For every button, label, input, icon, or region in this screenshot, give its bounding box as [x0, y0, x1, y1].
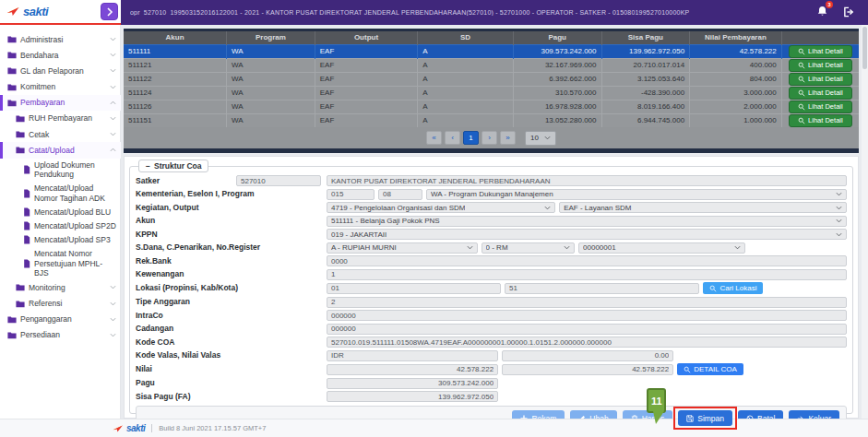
cari-lokasi-button[interactable]: Cari Lokasi	[703, 282, 763, 294]
scrollbar-thumb[interactable]	[862, 27, 867, 69]
lihat-detail-button[interactable]: Lihat Detail	[789, 100, 852, 113]
next-page-icon: ›	[488, 134, 491, 142]
cell-sd: A	[418, 44, 514, 58]
file-icon	[23, 221, 30, 230]
cell-pagu: 16.978.928.000	[513, 100, 601, 113]
table-row[interactable]: 511111 WA EAF A 309.573.242.000 139.962.…	[124, 44, 859, 58]
last-page-button[interactable]: »	[500, 131, 516, 145]
sidebar-item-cetak[interactable]: Cetak	[0, 126, 121, 142]
sidebar-item-referensi[interactable]: Referensi	[0, 296, 121, 312]
tipe-anggaran-input[interactable]	[327, 297, 847, 308]
kppn-select[interactable]: 019 - JAKARTAII	[327, 229, 847, 240]
sidebar-item-label: Upload Dokumen Pendukung	[34, 160, 116, 179]
lihat-detail-button[interactable]: Lihat Detail	[789, 87, 852, 100]
sidebar-item-mencatat-upload-nomor-tagihan-adk[interactable]: Mencatat/Upload Nomor Tagihan ADK	[0, 182, 121, 205]
rek-bank-input[interactable]	[327, 255, 847, 266]
sidebar-item-ruh-pembayaran[interactable]: RUH Pembayaran	[0, 111, 121, 126]
struktur-coa-fieldset: −Struktur Coa Satker Kementerian, Eselon…	[129, 159, 853, 414]
form-row-tipe-anggaran: Tipe Anggaran	[136, 297, 847, 308]
lihat-detail-button[interactable]: Lihat Detail	[789, 45, 852, 58]
satker-code-input[interactable]	[236, 175, 321, 186]
logout-button[interactable]	[843, 5, 855, 21]
struktur-coa-panel: −Struktur Coa Satker Kementerian, Eselon…	[124, 156, 859, 419]
folder-icon	[7, 66, 17, 75]
lihat-detail-button[interactable]: Lihat Detail	[789, 73, 852, 86]
sidebar-toggle-button[interactable]	[101, 3, 118, 20]
sidebar-item-mencatat-upload-blu[interactable]: Mencatat/Upload BLU	[0, 205, 121, 218]
lihat-detail-button[interactable]: Lihat Detail	[789, 59, 852, 72]
kode-valas-input[interactable]	[327, 350, 498, 361]
kewenangan-input[interactable]	[327, 269, 847, 280]
sisa-pagu-input[interactable]	[327, 391, 498, 402]
eselon-input[interactable]	[378, 189, 422, 200]
nilai-input-1[interactable]	[327, 364, 498, 375]
step-annotation-callout: 11	[647, 388, 666, 413]
akun-select[interactable]: 511111 - Belanja Gaji Pokok PNS	[327, 216, 847, 227]
sidebar-item-catat-upload[interactable]: Catat/Upload	[0, 142, 121, 158]
coa-table: Akun Program Output SD Pagu Sisa Pagu Ni…	[124, 31, 859, 127]
sidebar-item-penganggaran[interactable]: Penganggaran	[0, 312, 121, 327]
no-register-select[interactable]: 00000001	[578, 242, 744, 254]
sidebar-item-administrasi[interactable]: Administrasi	[0, 31, 121, 47]
table-row[interactable]: 511126 WA EAF A 16.978.928.000 8.019.166…	[124, 100, 859, 113]
page-size-select[interactable]: 10	[525, 131, 556, 146]
file-icon	[23, 165, 30, 174]
nilai-valas-input[interactable]	[502, 350, 673, 361]
col-header-sisa-pagu: Sisa Pagu	[601, 31, 690, 44]
col-header-actions	[781, 31, 859, 44]
form-row-kode-coa: Kode COA	[136, 337, 847, 348]
search-icon	[798, 117, 805, 124]
sidebar-item-komitmen[interactable]: Komitmen	[0, 79, 121, 95]
sidebar-item-persediaan[interactable]: Persediaan	[0, 327, 121, 343]
cell-output: EAF	[315, 44, 418, 58]
output-select[interactable]: EAF - Layanan SDM	[559, 202, 847, 213]
collapse-icon[interactable]: −	[146, 161, 150, 171]
simpan-button[interactable]: Simpan	[678, 410, 732, 426]
first-page-button[interactable]: «	[426, 131, 442, 145]
sidebar-item-label: Monitoring	[29, 283, 106, 292]
kabkota-input[interactable]	[505, 283, 700, 294]
prev-page-button[interactable]: ‹	[445, 131, 460, 145]
sumber-dana-select[interactable]: A - RUPIAH MURNI	[327, 242, 478, 254]
table-row[interactable]: 511122 WA EAF A 6.392.662.000 3.125.053.…	[124, 72, 859, 86]
program-select[interactable]: WA - Program Dukungan Manajemen	[426, 189, 847, 200]
field-label: Kode COA	[136, 338, 175, 347]
form-row-rekbank: Rek.Bank	[136, 255, 847, 266]
lihat-detail-button[interactable]: Lihat Detail	[789, 114, 852, 127]
kode-coa-input[interactable]	[327, 337, 847, 348]
sidebar-item-monitoring[interactable]: Monitoring	[0, 279, 121, 295]
cell-pagu: 6.392.662.000	[513, 72, 601, 86]
current-page-button[interactable]: 1	[463, 131, 479, 145]
table-row[interactable]: 511151 WA EAF A 13.052.280.000 6.944.745…	[124, 113, 859, 127]
kementerian-input[interactable]	[327, 189, 375, 200]
cell-pagu: 13.052.280.000	[513, 113, 601, 127]
table-row[interactable]: 511124 WA EAF A 310.570.000 -428.390.000…	[124, 86, 859, 100]
cell-sd: A	[418, 100, 514, 113]
cara-penarikan-select[interactable]: 0 - RM	[482, 242, 576, 254]
sidebar-item-mencatat-nomor-persetujuan-mphl-bjs[interactable]: Mencatat Nomor Persetujuan MPHL-BJS	[0, 247, 121, 280]
sidebar-item-pembayaran[interactable]: Pembayaran	[0, 95, 121, 111]
field-label: Lokasi (Propinsi, Kab/Kota)	[136, 284, 238, 292]
table-row[interactable]: 511121 WA EAF A 32.167.969.000 20.710.01…	[124, 58, 859, 72]
kegiatan-select[interactable]: 4719 - Pengelolaan Organisasi dan SDM	[327, 202, 555, 213]
propinsi-input[interactable]	[327, 283, 501, 294]
satker-name-input[interactable]	[327, 175, 847, 186]
cell-pagu: 309.573.242.000	[513, 44, 601, 58]
sidebar-item-upload-dokumen-pendukung[interactable]: Upload Dokumen Pendukung	[0, 159, 121, 182]
cadangan-input[interactable]	[327, 324, 847, 335]
nilai-input-2[interactable]	[502, 364, 673, 375]
field-label: Akun	[136, 217, 155, 225]
sidebar-item-mencatat-upload-sp3[interactable]: Mencatat/Upload SP3	[0, 233, 121, 247]
sidebar-item-bendahara[interactable]: Bendahara	[0, 47, 121, 63]
detail-coa-button[interactable]: DETAIL COA	[677, 363, 743, 375]
sidebar-item-mencatat-upload-sp2d[interactable]: Mencatat/Upload SP2D	[0, 218, 121, 232]
sidebar-item-gl-dan-pelaporan[interactable]: GL dan Pelaporan	[0, 63, 121, 78]
sidebar-item-label: Persediaan	[20, 330, 106, 339]
cell-akun: 511121	[124, 58, 227, 72]
next-page-button[interactable]: ›	[482, 131, 497, 145]
intraco-input[interactable]	[327, 310, 847, 321]
notification-bell-button[interactable]: 3	[816, 5, 828, 21]
coa-grid-panel: Akun Program Output SD Pagu Sisa Pagu Ni…	[124, 29, 859, 153]
pagu-input[interactable]	[327, 378, 498, 389]
vertical-scrollbar[interactable]	[862, 25, 868, 419]
